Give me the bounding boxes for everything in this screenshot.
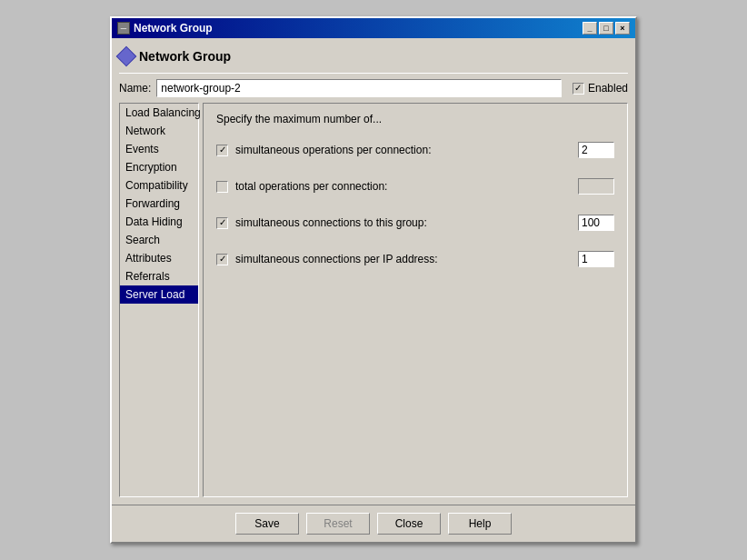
main-window: ─ Network Group _ □ × Network Group Name…: [110, 16, 637, 544]
enabled-label: Enabled: [588, 82, 628, 95]
label-conns-per-ip: simultaneous connections per IP address:: [235, 253, 571, 265]
window-body: Network Group Name: Enabled Load Balanci…: [112, 38, 635, 505]
sidebar-item-search[interactable]: Search: [120, 231, 198, 249]
minimize-button[interactable]: _: [583, 22, 597, 35]
sidebar-item-data-hiding[interactable]: Data Hiding: [120, 213, 198, 231]
title-bar: ─ Network Group _ □ ×: [112, 18, 635, 38]
maximize-button[interactable]: □: [599, 22, 613, 35]
header-diamond-icon: [116, 46, 137, 67]
window-title: Network Group: [134, 22, 213, 35]
close-button[interactable]: ×: [615, 22, 630, 35]
checkbox-total-ops[interactable]: [216, 181, 228, 193]
header-divider: [119, 73, 628, 74]
help-button[interactable]: Help: [448, 513, 512, 535]
input-total-ops[interactable]: [578, 178, 614, 195]
close-button-footer[interactable]: Close: [377, 513, 441, 535]
enabled-row: Enabled: [567, 82, 628, 95]
input-conns-to-group[interactable]: [578, 215, 614, 231]
sidebar-item-compatibility[interactable]: Compatibility: [120, 176, 198, 195]
header-row: Network Group: [119, 45, 628, 67]
title-bar-left: ─ Network Group: [117, 22, 213, 35]
sidebar-item-load-balancing[interactable]: Load Balancing: [120, 104, 198, 122]
label-total-ops: total operations per connection:: [235, 180, 571, 193]
input-conns-per-ip[interactable]: [578, 251, 614, 267]
name-row: Name: Enabled: [119, 79, 628, 97]
footer: Save Reset Close Help: [112, 505, 635, 542]
checkbox-conns-per-ip[interactable]: [216, 254, 228, 265]
checkbox-conns-to-group[interactable]: [216, 217, 228, 229]
name-label: Name:: [119, 82, 151, 95]
option-row-conns-to-group: simultaneous connections to this group:: [216, 215, 614, 231]
sidebar-item-attributes[interactable]: Attributes: [120, 249, 198, 267]
sidebar-item-events[interactable]: Events: [120, 140, 198, 158]
enabled-checkbox[interactable]: [573, 83, 584, 95]
option-row-conns-per-ip: simultaneous connections per IP address:: [216, 251, 614, 267]
sidebar-item-forwarding[interactable]: Forwarding: [120, 195, 198, 213]
name-input[interactable]: [156, 79, 562, 97]
content-area: Load Balancing Network Events Encryption…: [119, 103, 628, 497]
input-simultaneous-ops[interactable]: [578, 142, 614, 158]
label-conns-to-group: simultaneous connections to this group:: [235, 216, 571, 229]
save-button[interactable]: Save: [235, 513, 299, 535]
sidebar-item-referrals[interactable]: Referrals: [120, 267, 198, 285]
label-simultaneous-ops: simultaneous operations per connection:: [235, 144, 571, 156]
sidebar-item-network[interactable]: Network: [120, 122, 198, 140]
sidebar-item-encryption[interactable]: Encryption: [120, 158, 198, 176]
section-label: Specify the maximum number of...: [216, 113, 614, 125]
checkbox-simultaneous-ops[interactable]: [216, 145, 228, 156]
option-row-total-ops: total operations per connection:: [216, 178, 614, 195]
option-row-simultaneous-ops: simultaneous operations per connection:: [216, 142, 614, 158]
main-panel: Specify the maximum number of... simulta…: [203, 103, 628, 497]
page-title: Network Group: [139, 49, 231, 64]
sidebar: Load Balancing Network Events Encryption…: [119, 103, 199, 497]
window-icon: ─: [117, 22, 130, 35]
sidebar-item-server-load[interactable]: Server Load: [120, 285, 198, 304]
title-bar-controls: _ □ ×: [583, 22, 630, 35]
reset-button[interactable]: Reset: [306, 513, 370, 535]
